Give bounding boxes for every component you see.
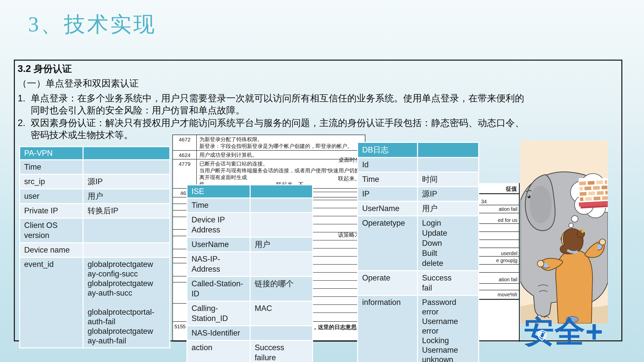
- table-row: Time时间: [358, 173, 478, 186]
- table-row: Id: [358, 158, 478, 172]
- field-name-cell: user: [20, 189, 83, 203]
- field-value-cell: Login Update Down Built delete: [418, 216, 478, 270]
- table-row: Device name: [20, 243, 169, 257]
- field-name-cell: information: [358, 296, 417, 362]
- elephant-cartoon-image: [520, 140, 608, 324]
- field-name-cell: UserName: [358, 202, 417, 215]
- field-name-cell: action: [187, 341, 250, 362]
- field-value-cell: [251, 213, 312, 237]
- table-title: PA-VPN: [20, 147, 83, 159]
- slide: 3、技术实现 4672为新登录分配了特殊权限。 新登录：字段会指明新登录是为哪个…: [0, 0, 644, 362]
- field-value-cell: 源IP: [418, 187, 478, 201]
- table-row: Device IP Address: [187, 213, 312, 237]
- field-name-cell: Device name: [20, 243, 83, 257]
- table-row: Time: [187, 198, 312, 212]
- field-name-cell: IP: [358, 187, 417, 201]
- field-value-cell: 链接的哪个: [251, 277, 312, 301]
- list-item-number: 2.: [18, 117, 31, 141]
- table-header-row: DB日志: [358, 143, 478, 157]
- field-value-cell: MAC: [251, 302, 312, 325]
- table-header-row: PA-VPN: [20, 147, 169, 159]
- logo-text: 安全+: [524, 315, 603, 348]
- db-table: DB日志IdTime时间IP源IPUserName用户OperatetypeLo…: [357, 142, 479, 362]
- field-value-cell: Success fail: [418, 271, 478, 295]
- security-plus-logo: 安全+: [524, 316, 603, 347]
- field-value-cell: Success failure: [251, 341, 312, 362]
- field-value-cell: [251, 252, 312, 276]
- field-name-cell: UserName: [187, 238, 250, 251]
- field-value-cell: 用户: [251, 238, 312, 251]
- list-item-2: 2.双因素身份认证：解决只有授权用户才能访问系统平台与服务的问题，主流的身份认证…: [18, 117, 617, 141]
- table-row: Time: [20, 160, 169, 174]
- field-value-cell: 用户: [84, 189, 169, 203]
- list-item-text: 双因素身份认证：解决只有授权用户才能访问系统平台与服务的问题，主流的身份认证手段…: [31, 117, 524, 141]
- field-name-cell: Time: [20, 160, 83, 174]
- table-row: event_idglobalprotectgatew ay-config-suc…: [20, 258, 169, 347]
- field-name-cell: event_id: [20, 258, 83, 347]
- field-name-cell: Called-Station-ID: [187, 277, 250, 301]
- field-name-cell: Calling-Station_ID: [187, 302, 250, 325]
- field-value-cell: 用户: [418, 202, 478, 215]
- field-value-cell: [418, 158, 478, 172]
- table-title: DB日志: [358, 143, 417, 157]
- field-value-cell: 时间: [418, 173, 478, 186]
- table-row: IP源IP: [358, 187, 478, 201]
- table-header-row: ISE: [187, 185, 312, 197]
- field-value-cell: [251, 198, 312, 212]
- section-subheading: （一）单点登录和双因素认证: [18, 77, 617, 90]
- field-name-cell: NAS-IP-Address: [187, 252, 250, 276]
- table-row: Calling-Station_IDMAC: [187, 302, 312, 325]
- table-row: UserName用户: [187, 238, 312, 251]
- pavpn-table: PA-VPNTimesrc_ip源IPuser用户Private IP转换后IP…: [19, 146, 170, 348]
- table-row: src_ip源IP: [20, 175, 169, 188]
- field-value-cell: Password error Username error Locking Us…: [418, 296, 478, 362]
- table-row: UserName用户: [358, 202, 478, 215]
- field-name-cell: Time: [358, 173, 417, 186]
- field-name-cell: Time: [187, 198, 250, 212]
- field-value-cell: [251, 326, 312, 340]
- table-row: Called-Station-ID链接的哪个: [187, 277, 312, 301]
- field-value-cell: [84, 219, 169, 242]
- table-header-cell: [84, 147, 169, 159]
- table-row: OperatetypeLogin Update Down Built delet…: [358, 216, 478, 270]
- ise-table: ISETimeDevice IP AddressUserName用户NAS-IP…: [186, 184, 313, 362]
- table-row: Client OS version: [20, 219, 169, 242]
- field-name-cell: Operatetype: [358, 216, 417, 270]
- field-value-cell: 源IP: [84, 175, 169, 188]
- table-row: user用户: [20, 189, 169, 203]
- list-item-number: 1.: [18, 92, 31, 116]
- shield-icon: [538, 330, 547, 341]
- field-value-cell: [84, 243, 169, 257]
- list-item-1: 1.单点登录：在多个业务系统中，用户只需要登录一次就可以访问所有相互信任的业务系…: [18, 92, 617, 116]
- table-header-cell: [418, 143, 478, 157]
- field-name-cell: Operate: [358, 271, 417, 295]
- table-row: NAS-Identifier: [187, 326, 312, 340]
- table-header-cell: [251, 185, 312, 197]
- table-row: actionSuccess failure: [187, 341, 312, 362]
- list-item-text: 单点登录：在多个业务系统中，用户只需要登录一次就可以访问所有相互信任的业务系统。…: [31, 92, 524, 116]
- field-value-cell: [84, 160, 169, 174]
- page-title: 3、技术实现: [28, 10, 157, 39]
- table-row: NAS-IP-Address: [187, 252, 312, 276]
- table-row: informationPassword error Username error…: [358, 296, 478, 362]
- table-row: Private IP转换后IP: [20, 204, 169, 218]
- text-block: 3.2 身份认证 （一）单点登录和双因素认证 1.单点登录：在多个业务系统中，用…: [18, 62, 617, 142]
- field-value-cell: globalprotectgatew ay-config-succ global…: [84, 258, 169, 347]
- field-name-cell: src_ip: [20, 175, 83, 188]
- section-heading: 3.2 身份认证: [18, 62, 617, 75]
- field-name-cell: Private IP: [20, 204, 83, 218]
- field-name-cell: Client OS version: [20, 219, 83, 242]
- field-name-cell: NAS-Identifier: [187, 326, 250, 340]
- table-title: ISE: [187, 185, 250, 197]
- field-name-cell: Device IP Address: [187, 213, 250, 237]
- elephant-cartoon: [520, 140, 608, 324]
- field-name-cell: Id: [358, 158, 417, 172]
- field-value-cell: 转换后IP: [84, 204, 169, 218]
- table-row: OperateSuccess fail: [358, 271, 478, 295]
